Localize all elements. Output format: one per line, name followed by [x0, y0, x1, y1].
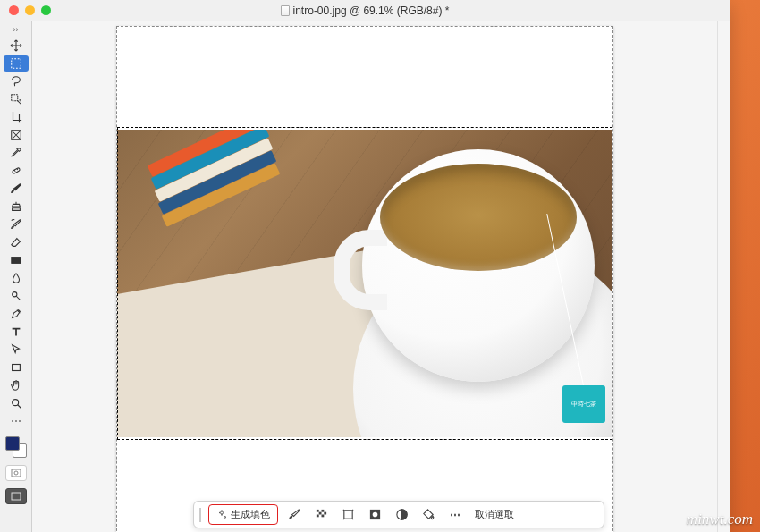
book-stack — [135, 130, 296, 237]
svg-rect-11 — [316, 510, 318, 512]
svg-rect-16 — [321, 515, 324, 518]
remove-background-button[interactable] — [310, 505, 332, 525]
pen-tool[interactable] — [4, 306, 29, 322]
brush-tool[interactable] — [4, 181, 29, 197]
svg-rect-4 — [11, 258, 21, 264]
photo-content: 中時七茶 — [117, 130, 612, 437]
svg-rect-3 — [12, 167, 20, 173]
svg-point-19 — [372, 512, 377, 518]
zoom-tool[interactable] — [4, 395, 29, 411]
svg-rect-0 — [11, 59, 21, 69]
taskbar-drag-handle[interactable] — [199, 508, 201, 522]
svg-point-7 — [12, 400, 18, 406]
toolbox-collapse-icon[interactable]: ›› — [13, 25, 19, 34]
eyedropper-tool[interactable] — [4, 145, 29, 161]
file-icon — [281, 5, 290, 16]
adjustment-button[interactable] — [391, 505, 412, 525]
toolbox: ›› ⋯ — [0, 21, 32, 532]
foreground-color-swatch[interactable] — [5, 436, 20, 451]
rectangle-tool[interactable] — [4, 359, 29, 376]
maximize-window-button[interactable] — [41, 5, 51, 15]
move-tool[interactable] — [4, 38, 29, 54]
sparkle-icon — [216, 509, 227, 521]
app-window: intro-00.jpg @ 69.1% (RGB/8#) * ›› — [0, 0, 730, 532]
document-canvas[interactable]: 中時七茶 — [116, 26, 613, 532]
gradient-tool[interactable] — [4, 252, 29, 268]
generative-fill-button[interactable]: 生成填色 — [208, 504, 278, 525]
vertical-scrollbar[interactable] — [717, 21, 730, 532]
clone-stamp-tool[interactable] — [4, 198, 29, 215]
contextual-task-bar: 生成填色 ⋯ — [193, 501, 604, 528]
type-tool[interactable] — [4, 324, 29, 340]
screen-mode-button[interactable] — [5, 488, 27, 504]
fill-button[interactable] — [418, 505, 439, 525]
watermark: minwt.com — [687, 511, 753, 528]
svg-point-9 — [14, 471, 18, 475]
blur-tool[interactable] — [4, 270, 29, 286]
minimize-window-button[interactable] — [25, 5, 35, 15]
canvas-area: 中時七茶 生成填色 — [32, 21, 730, 532]
hand-tool[interactable] — [4, 377, 29, 393]
dodge-tool[interactable] — [4, 288, 29, 304]
teacup — [362, 149, 595, 382]
svg-rect-10 — [12, 493, 21, 500]
select-subject-button[interactable] — [283, 505, 305, 525]
healing-brush-tool[interactable] — [4, 163, 29, 179]
app-body: ›› ⋯ — [0, 21, 730, 532]
svg-rect-15 — [316, 515, 318, 518]
svg-rect-6 — [12, 365, 20, 371]
frame-tool[interactable] — [4, 127, 29, 143]
quickmask-button[interactable] — [5, 465, 27, 481]
window-title: intro-00.jpg @ 69.1% (RGB/8#) * — [0, 4, 730, 17]
svg-rect-13 — [318, 512, 321, 515]
svg-rect-14 — [324, 512, 326, 515]
mask-button[interactable] — [364, 505, 385, 525]
eraser-tool[interactable] — [4, 234, 29, 250]
path-select-tool[interactable] — [4, 342, 29, 358]
svg-rect-12 — [321, 510, 324, 512]
tea-tag: 中時七茶 — [562, 385, 605, 423]
marquee-tool[interactable] — [4, 55, 29, 72]
svg-rect-17 — [343, 511, 351, 519]
transform-button[interactable] — [337, 505, 359, 525]
title-bar: intro-00.jpg @ 69.1% (RGB/8#) * — [0, 0, 730, 21]
more-tools[interactable]: ⋯ — [4, 413, 29, 429]
crop-tool[interactable] — [4, 109, 29, 125]
lasso-tool[interactable] — [4, 73, 29, 89]
object-select-tool[interactable] — [4, 91, 29, 107]
deselect-button[interactable]: 取消選取 — [471, 506, 518, 523]
close-window-button[interactable] — [9, 5, 19, 15]
color-swatches[interactable] — [5, 436, 27, 458]
svg-rect-1 — [11, 95, 17, 101]
svg-rect-8 — [12, 469, 21, 477]
more-options-button[interactable]: ⋯ — [444, 505, 466, 525]
generative-fill-label: 生成填色 — [231, 508, 270, 521]
history-brush-tool[interactable] — [4, 216, 29, 232]
window-controls — [9, 5, 51, 15]
